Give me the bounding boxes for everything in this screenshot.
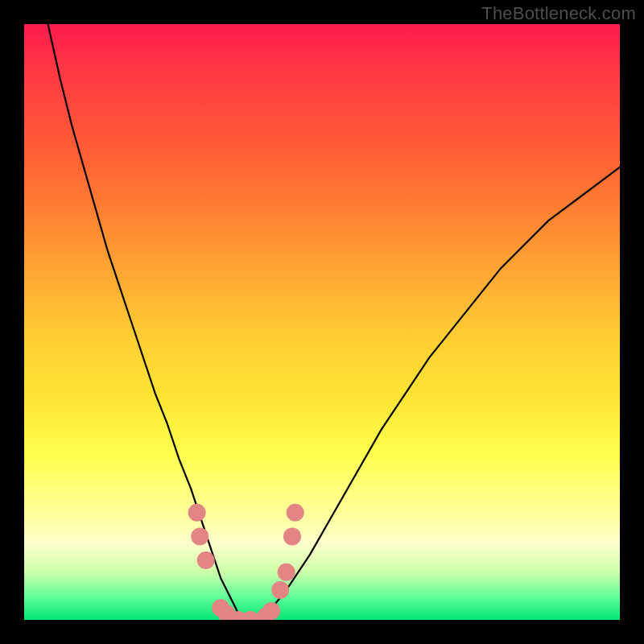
data-marker (262, 602, 280, 620)
data-marker (197, 551, 215, 569)
watermark-text: TheBottleneck.com (481, 3, 636, 24)
bottleneck-curve (48, 24, 620, 620)
plot-area (24, 24, 620, 620)
data-marker (188, 504, 206, 522)
data-marker (283, 527, 301, 545)
data-marker (278, 564, 295, 581)
data-marker (271, 581, 289, 599)
data-marker (191, 527, 208, 545)
curve-layer (24, 24, 620, 620)
data-marker (287, 504, 304, 522)
chart-frame: TheBottleneck.com (0, 0, 644, 644)
data-markers (188, 504, 304, 620)
